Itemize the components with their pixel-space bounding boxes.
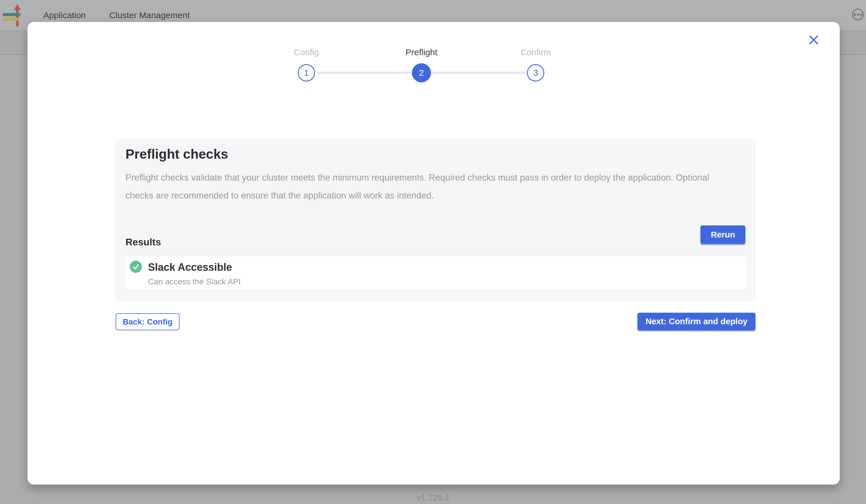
step-label-preflight: Preflight xyxy=(406,47,437,57)
results-heading: Results xyxy=(125,236,161,248)
step-circle-config[interactable]: 1 xyxy=(298,64,315,81)
step-connector-1 xyxy=(317,72,411,74)
panel-title: Preflight checks xyxy=(125,146,228,162)
check-description: Can access the Slack API xyxy=(148,277,241,287)
preflight-panel: Preflight checks Preflight checks valida… xyxy=(115,139,756,301)
check-pass-icon xyxy=(130,261,142,273)
check-title: Slack Accessible xyxy=(148,261,232,273)
app-logo-icon xyxy=(2,4,23,28)
step-circle-preflight[interactable]: 2 xyxy=(412,63,431,82)
app-version-label: v1.125.2 xyxy=(0,493,866,503)
step-connector-2 xyxy=(432,72,526,74)
next-confirm-deploy-button[interactable]: Next: Confirm and deploy xyxy=(637,313,756,330)
close-icon[interactable] xyxy=(806,32,821,47)
step-label-confirm: Confirm xyxy=(520,47,551,57)
preflight-wizard-modal: Config Preflight Confirm 1 2 3 Preflight… xyxy=(27,22,840,485)
preflight-check-row: Slack Accessible Can access the Slack AP… xyxy=(125,256,747,290)
step-circle-confirm[interactable]: 3 xyxy=(527,64,544,81)
panel-description: Preflight checks validate that your clus… xyxy=(125,169,732,205)
back-config-button[interactable]: Back: Config xyxy=(115,313,179,330)
ellipsis-menu-icon[interactable] xyxy=(852,9,864,20)
step-label-config: Config xyxy=(294,47,319,57)
rerun-button[interactable]: Rerun xyxy=(700,225,745,244)
